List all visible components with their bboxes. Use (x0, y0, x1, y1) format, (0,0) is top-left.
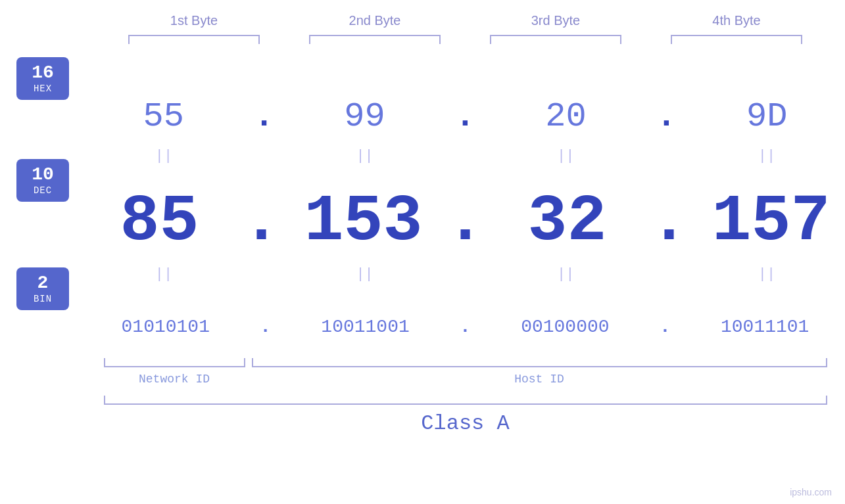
eq2-b1: || (98, 266, 229, 283)
byte4-header: 4th Byte (664, 13, 809, 28)
bin-dot1: . (260, 317, 271, 337)
class-bracket (104, 396, 827, 405)
bin-byte2: 10011001 (300, 317, 431, 337)
host-bracket (252, 358, 827, 367)
byte3-header: 3rd Byte (483, 13, 628, 28)
dec-byte1: 85 (93, 185, 225, 259)
bin-byte3: 00100000 (499, 317, 631, 337)
eq1-b1: || (98, 148, 229, 164)
hex-byte1: 55 (98, 97, 229, 136)
hex-dot3: . (656, 97, 677, 136)
byte-headers: 1st Byte 2nd Byte 3rd Byte 4th Byte (104, 13, 827, 28)
bracket-4 (671, 35, 802, 44)
bin-dot3: . (660, 317, 671, 337)
hex-dot1: . (254, 97, 274, 136)
hex-byte4: 9D (701, 97, 833, 136)
data-rows: 55 . 99 . 20 . 9D || || || || 85 (85, 51, 845, 353)
label-column: 16 HEX 10 DEC 2 BIN (0, 51, 85, 353)
bracket-2 (309, 35, 441, 44)
bin-base-label: BIN (34, 294, 52, 304)
bracket-3 (490, 35, 621, 44)
dec-dot2: . (445, 185, 485, 259)
hex-byte2: 99 (299, 97, 431, 136)
hex-byte3: 20 (500, 97, 631, 136)
hex-badge: 16 HEX (16, 57, 69, 100)
eq1-b3: || (500, 148, 631, 164)
dec-byte2: 153 (297, 185, 429, 259)
dec-byte3: 32 (501, 185, 633, 259)
eq2-b2: || (299, 266, 431, 283)
byte1-header: 1st Byte (122, 13, 266, 28)
main-container: 1st Byte 2nd Byte 3rd Byte 4th Byte 16 H… (0, 0, 845, 504)
hex-row: 55 . 99 . 20 . 9D (85, 90, 845, 143)
bin-base-number: 2 (37, 273, 49, 294)
eq1-b2: || (299, 148, 431, 164)
network-bracket (104, 358, 245, 367)
hex-base-label: HEX (34, 83, 52, 94)
equals-row-2: || || || || (85, 261, 845, 287)
eq2-b4: || (701, 266, 833, 283)
content-area: 16 HEX 10 DEC 2 BIN 55 . 99 . 20 . 9D (0, 51, 845, 353)
network-id-label: Network ID (104, 373, 245, 386)
bin-badge: 2 BIN (16, 267, 69, 310)
dec-dot1: . (241, 185, 281, 259)
eq2-b3: || (500, 266, 631, 283)
bin-byte4: 10011101 (699, 317, 831, 337)
top-brackets (104, 35, 827, 44)
dec-base-label: DEC (34, 185, 52, 196)
dec-row: 85 . 153 . 32 . 157 (85, 182, 845, 261)
hex-dot2: . (455, 97, 475, 136)
dec-byte4: 157 (705, 185, 836, 259)
hex-base-number: 16 (32, 63, 54, 83)
dec-dot3: . (649, 185, 688, 259)
byte2-header: 2nd Byte (302, 13, 447, 28)
bracket-1 (128, 35, 260, 44)
bin-byte1: 01010101 (100, 317, 231, 337)
equals-row-1: || || || || (85, 143, 845, 169)
eq1-b4: || (701, 148, 833, 164)
watermark: ipshu.com (790, 487, 832, 497)
bottom-labels-row: Network ID Host ID (104, 373, 827, 386)
dec-base-number: 10 (32, 165, 54, 185)
bottom-brackets-row (104, 358, 827, 367)
dec-badge: 10 DEC (16, 159, 69, 202)
bin-row: 01010101 . 10011001 . 00100000 . 1001110… (85, 300, 845, 353)
bin-dot2: . (460, 317, 471, 337)
class-label: Class A (104, 411, 827, 436)
host-id-label: Host ID (252, 373, 827, 386)
